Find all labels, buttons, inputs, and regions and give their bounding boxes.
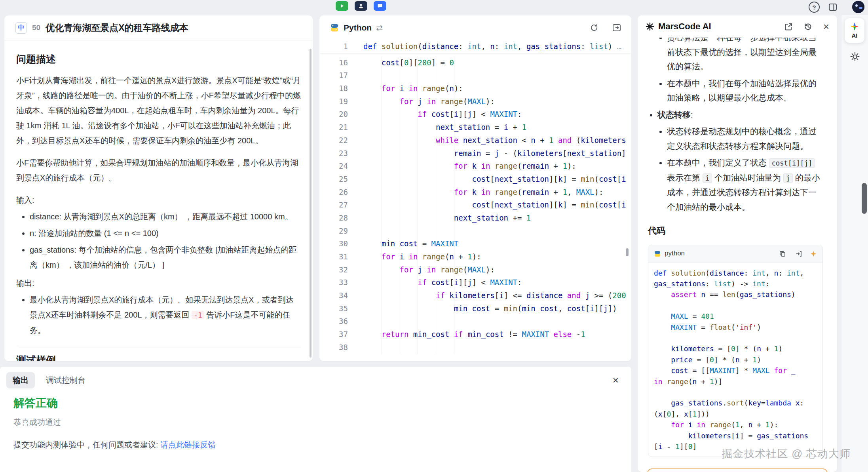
code-line: kilometers[i] = gas_stations	[654, 430, 817, 441]
line-number: 25	[319, 173, 350, 186]
chat-button[interactable]	[374, 1, 386, 11]
editor-header: Python ⇄	[319, 15, 631, 40]
open-in-window-icon[interactable]	[784, 23, 793, 31]
editor-scrollbar[interactable]	[626, 248, 629, 256]
line-number: 19	[319, 95, 350, 108]
history-icon[interactable]	[804, 23, 812, 31]
code-line: gas_stations: list) -> int:	[654, 278, 817, 289]
python-logo-icon	[330, 23, 339, 32]
line-number: 29	[319, 225, 350, 238]
copy-code-icon[interactable]	[779, 250, 786, 257]
problem-panel: 中 50 优化青海湖至景点X的租车路线成本 问题描述 小F计划从青海湖出发，前往…	[4, 15, 313, 361]
difficulty-badge: 中	[15, 22, 27, 34]
assistant-panel: MarsCode AI × 贪心算法是一种在每一步选择中都采取当前状态下最优的选…	[638, 15, 837, 472]
ai-assistant-button[interactable]: AI	[845, 18, 864, 43]
code-heading: 代码	[648, 224, 823, 238]
editor-panel: Python ⇄ 1def solution(distance: int, n:…	[319, 15, 631, 361]
output-label: 输出:	[16, 276, 301, 291]
plugin-icon[interactable]	[841, 51, 868, 62]
code-line: 22 while next_station < n + 1 and (kilom…	[319, 134, 631, 147]
run-button[interactable]	[336, 1, 348, 11]
code-line: 19 for j in range(MAXL):	[319, 95, 631, 108]
code-line: 26 for k in range(remain + 1, MAXL):	[319, 186, 631, 199]
apply-code-icon[interactable]	[810, 250, 817, 257]
code-line: 21 next_station = i + 1	[319, 121, 631, 134]
line-number: 31	[319, 250, 350, 263]
list-item: 贪心算法是一种在每一步选择中都采取当前状态下最优的选择，以期望达到全局最优的算法…	[667, 38, 823, 74]
code-line	[654, 333, 817, 343]
code-line: (x[0], x[1]))	[654, 409, 817, 419]
line-number: 24	[319, 160, 350, 173]
line-number: 26	[319, 186, 350, 199]
console-panel: 输出 调试控制台 × 解答正确 恭喜成功通过 提交功能内测体验中，任何问题或者建…	[0, 367, 631, 472]
user-button[interactable]	[355, 1, 367, 11]
assistant-header: MarsCode AI ×	[638, 15, 837, 38]
line-number: 38	[319, 341, 350, 354]
code-line: MAXINT = float('inf')	[654, 322, 817, 333]
line-number: 18	[319, 82, 350, 95]
line-number: 32	[319, 263, 350, 276]
line-number: 21	[319, 121, 350, 134]
line-number: 36	[319, 315, 350, 328]
code-line: for i in range(1, n + 1):	[654, 419, 817, 430]
list-item: 状态转移:	[657, 108, 823, 122]
console-close-icon[interactable]: ×	[610, 375, 621, 386]
code-line: kilometers = [0] * (n + 1)	[654, 343, 817, 354]
assistant-title: MarsCode AI	[658, 21, 711, 32]
person-icon	[358, 3, 364, 9]
avatar[interactable]	[852, 1, 864, 13]
code-line: 37 return min_cost if min_cost != MAXINT…	[319, 328, 631, 341]
run-controls	[336, 1, 386, 11]
pinwheel-icon	[850, 22, 859, 31]
problem-paragraph: 小F需要你帮助他计算，如果合理规划加油站的加油顺序和数量，最小化从青海湖到景点X…	[16, 155, 301, 185]
list-item: 在本题中，我们在每个加油站选择最优的加油策略，以期望最小化总成本。	[667, 76, 823, 105]
strip-scroll-handle[interactable]	[862, 183, 867, 214]
problem-title: 优化青海湖至景点X的租车路线成本	[46, 22, 188, 34]
sticky-code-line: 1def solution(distance: int, n: int, gas…	[319, 40, 631, 53]
indent-guide	[418, 56, 418, 354]
line-number: 30	[319, 237, 350, 250]
code-line: price = [0] * (n + 1)	[654, 354, 817, 365]
code-line: 17	[319, 69, 631, 82]
code-line: MAXL = 401	[654, 311, 817, 322]
ai-chat-input[interactable]	[647, 468, 828, 472]
code-line: 27 cost[next_station][k] = min(cost[i	[319, 198, 631, 211]
line-number: 34	[319, 289, 350, 302]
code-line: def solution(distance: int, n: int,	[654, 268, 817, 278]
layout-icon[interactable]	[828, 3, 837, 11]
swap-language-icon[interactable]: ⇄	[376, 23, 383, 32]
assistant-code-block: def solution(distance: int, n: int,gas_s…	[648, 263, 822, 457]
tab-output[interactable]: 输出	[6, 372, 35, 388]
help-icon[interactable]: ?	[809, 2, 820, 13]
reset-code-icon[interactable]	[590, 23, 598, 32]
code-line: 30 min_cost = MAXINT	[319, 237, 631, 250]
problem-paragraph: 小F计划从青海湖出发，前往一个遥远的景点X进行旅游。景点X可能是“敦煌”或“月牙…	[16, 73, 301, 148]
problem-header: 中 50 优化青海湖至景点X的租车路线成本	[4, 15, 313, 40]
close-icon[interactable]: ×	[823, 21, 829, 33]
play-icon	[340, 4, 344, 8]
insert-code-icon[interactable]	[795, 250, 802, 257]
indent-guide	[436, 56, 436, 354]
open-diff-icon[interactable]	[612, 24, 621, 32]
feedback-link[interactable]: 请点此链接反馈	[160, 440, 216, 449]
chat-bubble-icon	[377, 3, 383, 9]
divider	[16, 346, 301, 346]
code-editor[interactable]: 1def solution(distance: int, n: int, gas…	[319, 40, 631, 361]
console-tabs: 输出 调试控制台	[0, 367, 631, 388]
code-line: 18 for i in range(n):	[319, 82, 631, 95]
line-number: 37	[319, 328, 350, 341]
result-subtext: 恭喜成功通过	[13, 417, 618, 428]
line-number: 17	[319, 69, 350, 82]
feedback-line: 提交功能内测体验中，任何问题或者建议: 请点此链接反馈	[13, 440, 618, 450]
code-card-language: python	[665, 246, 685, 261]
input-label: 输入:	[16, 192, 301, 207]
tab-debug-console[interactable]: 调试控制台	[40, 372, 92, 388]
problem-scrollbar[interactable]	[310, 49, 311, 358]
code-card-header: python	[648, 245, 822, 263]
side-strip: AI	[841, 15, 868, 472]
intro-sublist: 贪心算法是一种在每一步选择中都采取当前状态下最优的选择，以期望达到全局最优的算法…	[657, 38, 823, 105]
list-item: n: 沿途加油站的数量 (1 <= n <= 100)	[30, 226, 301, 241]
list-item: gas_stations: 每个加油站的信息，包含两个非负整数 [加油站距离起始…	[30, 242, 301, 272]
code-card: python def solution(distance: int, n: in…	[648, 245, 823, 457]
console-body: 解答正确 恭喜成功通过 提交功能内测体验中，任何问题或者建议: 请点此链接反馈	[0, 388, 631, 450]
